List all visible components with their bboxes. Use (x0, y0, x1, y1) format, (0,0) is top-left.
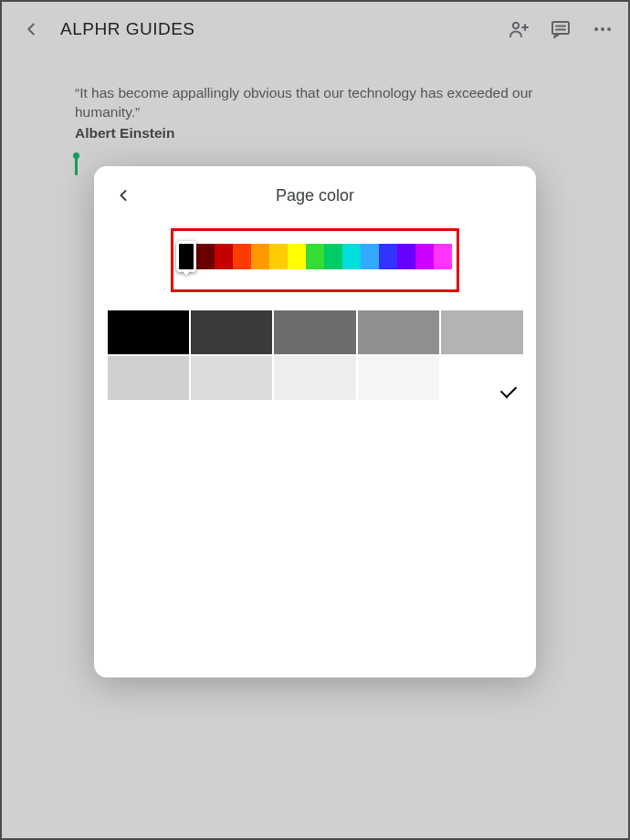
color-swatch[interactable] (191, 310, 272, 354)
color-swatch[interactable] (108, 310, 189, 354)
hue-segment[interactable] (397, 244, 415, 269)
hue-segment[interactable] (361, 244, 379, 269)
color-swatch[interactable] (274, 310, 355, 354)
color-swatch[interactable] (441, 310, 522, 354)
hue-segment[interactable] (215, 244, 233, 269)
color-swatch[interactable] (358, 310, 439, 354)
modal-back-button[interactable] (110, 183, 136, 208)
hue-segment[interactable] (342, 244, 361, 269)
hue-segment[interactable] (196, 244, 215, 269)
hue-segment[interactable] (379, 244, 397, 269)
hue-segment[interactable] (288, 244, 306, 269)
hue-slider[interactable] (178, 244, 452, 269)
annotation-highlight-box (171, 228, 459, 292)
color-swatch[interactable] (358, 356, 439, 400)
hue-segment[interactable] (415, 244, 434, 269)
hue-segment[interactable] (233, 244, 251, 269)
color-swatch[interactable] (108, 356, 189, 400)
modal-title: Page color (94, 186, 536, 205)
hue-segment[interactable] (306, 244, 324, 269)
hue-segment[interactable] (269, 244, 288, 269)
color-swatch[interactable] (441, 356, 522, 400)
hue-segment[interactable] (324, 244, 342, 269)
hue-segment[interactable] (251, 244, 269, 269)
chevron-left-icon (114, 186, 132, 205)
shade-swatch-grid (108, 310, 523, 400)
page-color-modal: Page color (94, 166, 536, 677)
modal-header: Page color (94, 179, 536, 212)
hue-segment[interactable] (434, 244, 452, 269)
hue-segment[interactable] (178, 244, 196, 269)
color-swatch[interactable] (274, 356, 355, 400)
modal-overlay: Page color (2, 2, 628, 838)
color-swatch[interactable] (191, 356, 272, 400)
